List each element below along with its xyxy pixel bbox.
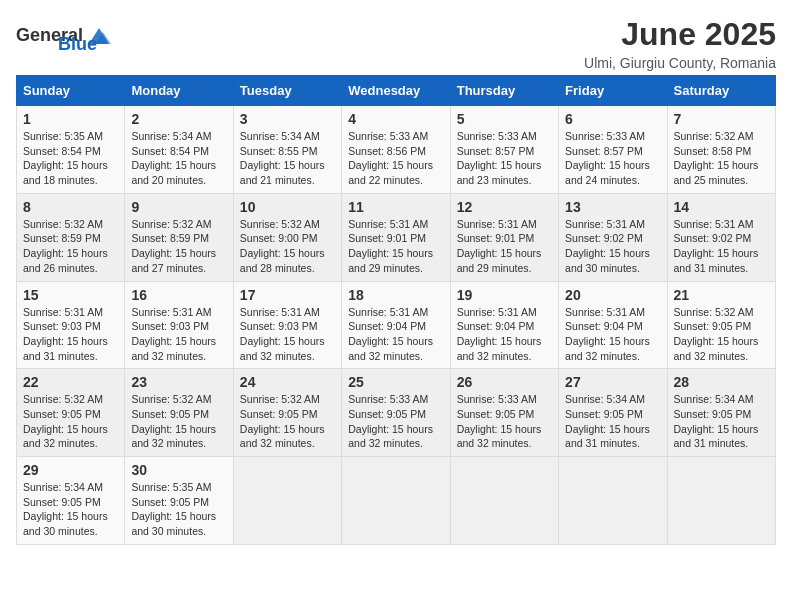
day-cell: 1Sunrise: 5:35 AMSunset: 8:54 PMDaylight… [17, 106, 125, 194]
day-number: 16 [131, 287, 226, 303]
day-info: Sunrise: 5:31 AMSunset: 9:03 PMDaylight:… [131, 305, 226, 364]
day-info: Sunrise: 5:33 AMSunset: 9:05 PMDaylight:… [348, 392, 443, 451]
day-number: 6 [565, 111, 660, 127]
day-info: Sunrise: 5:34 AMSunset: 9:05 PMDaylight:… [674, 392, 769, 451]
day-cell: 29Sunrise: 5:34 AMSunset: 9:05 PMDayligh… [17, 457, 125, 545]
day-number: 13 [565, 199, 660, 215]
day-info: Sunrise: 5:31 AMSunset: 9:04 PMDaylight:… [457, 305, 552, 364]
day-cell: 23Sunrise: 5:32 AMSunset: 9:05 PMDayligh… [125, 369, 233, 457]
day-cell: 25Sunrise: 5:33 AMSunset: 9:05 PMDayligh… [342, 369, 450, 457]
title-area: June 2025 Ulmi, Giurgiu County, Romania [584, 16, 776, 71]
day-number: 20 [565, 287, 660, 303]
day-cell: 27Sunrise: 5:34 AMSunset: 9:05 PMDayligh… [559, 369, 667, 457]
day-number: 22 [23, 374, 118, 390]
week-row-1: 1Sunrise: 5:35 AMSunset: 8:54 PMDaylight… [17, 106, 776, 194]
day-cell [559, 457, 667, 545]
day-cell: 24Sunrise: 5:32 AMSunset: 9:05 PMDayligh… [233, 369, 341, 457]
day-cell: 18Sunrise: 5:31 AMSunset: 9:04 PMDayligh… [342, 281, 450, 369]
week-row-3: 15Sunrise: 5:31 AMSunset: 9:03 PMDayligh… [17, 281, 776, 369]
day-number: 15 [23, 287, 118, 303]
day-number: 26 [457, 374, 552, 390]
col-header-tuesday: Tuesday [233, 76, 341, 106]
logo: General Blue [16, 16, 97, 55]
day-info: Sunrise: 5:31 AMSunset: 9:01 PMDaylight:… [348, 217, 443, 276]
day-cell: 17Sunrise: 5:31 AMSunset: 9:03 PMDayligh… [233, 281, 341, 369]
day-cell: 11Sunrise: 5:31 AMSunset: 9:01 PMDayligh… [342, 193, 450, 281]
day-cell: 30Sunrise: 5:35 AMSunset: 9:05 PMDayligh… [125, 457, 233, 545]
day-number: 14 [674, 199, 769, 215]
day-cell [667, 457, 775, 545]
day-number: 9 [131, 199, 226, 215]
day-info: Sunrise: 5:31 AMSunset: 9:03 PMDaylight:… [23, 305, 118, 364]
day-info: Sunrise: 5:31 AMSunset: 9:04 PMDaylight:… [348, 305, 443, 364]
day-info: Sunrise: 5:34 AMSunset: 8:55 PMDaylight:… [240, 129, 335, 188]
day-info: Sunrise: 5:34 AMSunset: 9:05 PMDaylight:… [23, 480, 118, 539]
day-info: Sunrise: 5:32 AMSunset: 8:59 PMDaylight:… [131, 217, 226, 276]
day-number: 17 [240, 287, 335, 303]
day-cell: 20Sunrise: 5:31 AMSunset: 9:04 PMDayligh… [559, 281, 667, 369]
day-info: Sunrise: 5:32 AMSunset: 9:05 PMDaylight:… [240, 392, 335, 451]
header-row: SundayMondayTuesdayWednesdayThursdayFrid… [17, 76, 776, 106]
day-cell: 14Sunrise: 5:31 AMSunset: 9:02 PMDayligh… [667, 193, 775, 281]
day-number: 10 [240, 199, 335, 215]
week-row-4: 22Sunrise: 5:32 AMSunset: 9:05 PMDayligh… [17, 369, 776, 457]
day-number: 7 [674, 111, 769, 127]
day-cell: 26Sunrise: 5:33 AMSunset: 9:05 PMDayligh… [450, 369, 558, 457]
day-info: Sunrise: 5:35 AMSunset: 9:05 PMDaylight:… [131, 480, 226, 539]
day-number: 28 [674, 374, 769, 390]
day-number: 23 [131, 374, 226, 390]
day-cell: 16Sunrise: 5:31 AMSunset: 9:03 PMDayligh… [125, 281, 233, 369]
calendar-title: June 2025 [584, 16, 776, 53]
day-cell: 22Sunrise: 5:32 AMSunset: 9:05 PMDayligh… [17, 369, 125, 457]
day-number: 3 [240, 111, 335, 127]
day-info: Sunrise: 5:32 AMSunset: 9:05 PMDaylight:… [674, 305, 769, 364]
day-info: Sunrise: 5:32 AMSunset: 8:58 PMDaylight:… [674, 129, 769, 188]
day-info: Sunrise: 5:31 AMSunset: 9:02 PMDaylight:… [674, 217, 769, 276]
day-info: Sunrise: 5:33 AMSunset: 9:05 PMDaylight:… [457, 392, 552, 451]
day-number: 27 [565, 374, 660, 390]
calendar-table: SundayMondayTuesdayWednesdayThursdayFrid… [16, 75, 776, 545]
col-header-saturday: Saturday [667, 76, 775, 106]
day-info: Sunrise: 5:31 AMSunset: 9:04 PMDaylight:… [565, 305, 660, 364]
day-number: 2 [131, 111, 226, 127]
col-header-thursday: Thursday [450, 76, 558, 106]
day-number: 25 [348, 374, 443, 390]
col-header-sunday: Sunday [17, 76, 125, 106]
day-cell: 8Sunrise: 5:32 AMSunset: 8:59 PMDaylight… [17, 193, 125, 281]
day-number: 18 [348, 287, 443, 303]
day-cell: 4Sunrise: 5:33 AMSunset: 8:56 PMDaylight… [342, 106, 450, 194]
page-header: General Blue June 2025 Ulmi, Giurgiu Cou… [16, 16, 776, 71]
day-number: 8 [23, 199, 118, 215]
day-cell: 9Sunrise: 5:32 AMSunset: 8:59 PMDaylight… [125, 193, 233, 281]
day-cell: 19Sunrise: 5:31 AMSunset: 9:04 PMDayligh… [450, 281, 558, 369]
day-info: Sunrise: 5:31 AMSunset: 9:02 PMDaylight:… [565, 217, 660, 276]
col-header-friday: Friday [559, 76, 667, 106]
day-number: 12 [457, 199, 552, 215]
day-info: Sunrise: 5:32 AMSunset: 8:59 PMDaylight:… [23, 217, 118, 276]
day-cell: 28Sunrise: 5:34 AMSunset: 9:05 PMDayligh… [667, 369, 775, 457]
day-info: Sunrise: 5:33 AMSunset: 8:57 PMDaylight:… [457, 129, 552, 188]
week-row-5: 29Sunrise: 5:34 AMSunset: 9:05 PMDayligh… [17, 457, 776, 545]
day-number: 24 [240, 374, 335, 390]
calendar-subtitle: Ulmi, Giurgiu County, Romania [584, 55, 776, 71]
day-cell: 12Sunrise: 5:31 AMSunset: 9:01 PMDayligh… [450, 193, 558, 281]
day-number: 11 [348, 199, 443, 215]
day-info: Sunrise: 5:33 AMSunset: 8:57 PMDaylight:… [565, 129, 660, 188]
week-row-2: 8Sunrise: 5:32 AMSunset: 8:59 PMDaylight… [17, 193, 776, 281]
col-header-monday: Monday [125, 76, 233, 106]
day-cell [233, 457, 341, 545]
day-info: Sunrise: 5:35 AMSunset: 8:54 PMDaylight:… [23, 129, 118, 188]
day-cell: 2Sunrise: 5:34 AMSunset: 8:54 PMDaylight… [125, 106, 233, 194]
day-cell: 6Sunrise: 5:33 AMSunset: 8:57 PMDaylight… [559, 106, 667, 194]
day-info: Sunrise: 5:32 AMSunset: 9:00 PMDaylight:… [240, 217, 335, 276]
day-cell: 21Sunrise: 5:32 AMSunset: 9:05 PMDayligh… [667, 281, 775, 369]
day-info: Sunrise: 5:31 AMSunset: 9:01 PMDaylight:… [457, 217, 552, 276]
day-number: 5 [457, 111, 552, 127]
day-cell: 13Sunrise: 5:31 AMSunset: 9:02 PMDayligh… [559, 193, 667, 281]
day-number: 29 [23, 462, 118, 478]
day-number: 19 [457, 287, 552, 303]
day-info: Sunrise: 5:34 AMSunset: 8:54 PMDaylight:… [131, 129, 226, 188]
day-info: Sunrise: 5:31 AMSunset: 9:03 PMDaylight:… [240, 305, 335, 364]
day-info: Sunrise: 5:32 AMSunset: 9:05 PMDaylight:… [131, 392, 226, 451]
col-header-wednesday: Wednesday [342, 76, 450, 106]
